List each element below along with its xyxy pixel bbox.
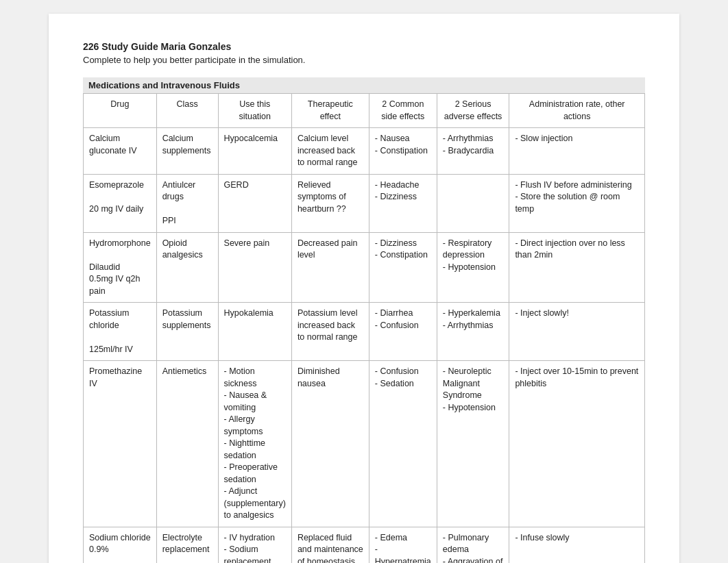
page-subtitle: Complete to help you better participate …: [83, 55, 645, 65]
cell-admin-0: - Slow injection: [509, 128, 645, 175]
table-row: Potassium chloride125ml/hr IVPotassium s…: [84, 303, 645, 361]
cell-drug-5: Sodium chloride 0.9%: [84, 527, 157, 563]
cell-serious-3: - Hyperkalemia- Arrhythmias: [437, 303, 509, 361]
col-header-drug: Drug: [84, 94, 157, 128]
cell-use-5: - IV hydration- Sodium replacement- Trea…: [218, 527, 291, 563]
table-row: HydromorphoneDilaudid0.5mg IV q2h painOp…: [84, 232, 645, 303]
cell-therapeutic-2: Decreased pain level: [291, 232, 369, 303]
table-row: Calcium gluconate IVCalcium supplementsH…: [84, 128, 645, 175]
medications-table: DrugClassUse this situationTherapeutic e…: [83, 93, 645, 563]
cell-serious-2: - Respiratory depression- Hypotension: [437, 232, 509, 303]
page: 226 Study Guide Maria Gonzales Complete …: [49, 14, 679, 563]
cell-class-3: Potassium supplements: [156, 303, 218, 361]
cell-class-4: Antiemetics: [156, 361, 218, 527]
cell-common-3: - Diarrhea- Confusion: [369, 303, 437, 361]
cell-class-2: Opioid analgesics: [156, 232, 218, 303]
cell-therapeutic-1: Relieved symptoms of heartburn ??: [291, 174, 369, 232]
cell-common-4: - Confusion- Sedation: [369, 361, 437, 527]
cell-common-2: - Dizziness- Constipation: [369, 232, 437, 303]
cell-common-1: - Headache- Dizziness: [369, 174, 437, 232]
cell-admin-4: - Inject over 10-15min to prevent phlebi…: [509, 361, 645, 527]
cell-class-5: Electrolyte replacement: [156, 527, 218, 563]
cell-therapeutic-4: Diminished nausea: [291, 361, 369, 527]
cell-common-5: - Edema- Hypernatremia: [369, 527, 437, 563]
cell-admin-3: - Inject slowly!: [509, 303, 645, 361]
cell-therapeutic-0: Calcium level increased back to normal r…: [291, 128, 369, 175]
col-header-class: Class: [156, 94, 218, 128]
table-row: Esomeprazole20 mg IV dailyAntiulcer drug…: [84, 174, 645, 232]
cell-serious-4: - Neuroleptic Malignant Syndrome- Hypote…: [437, 361, 509, 527]
col-header-admin: Administration rate, other actions: [509, 94, 645, 128]
cell-admin-5: - Infuse slowly: [509, 527, 645, 563]
col-header-common: 2 Common side effects: [369, 94, 437, 128]
col-header-use: Use this situation: [218, 94, 291, 128]
cell-class-1: Antiulcer drugsPPI: [156, 174, 218, 232]
cell-drug-2: HydromorphoneDilaudid0.5mg IV q2h pain: [84, 232, 157, 303]
cell-use-0: Hypocalcemia: [218, 128, 291, 175]
cell-serious-0: - Arrhythmias- Bradycardia: [437, 128, 509, 175]
cell-serious-5: - Pulmonary edema- Aggravation of HF: [437, 527, 509, 563]
cell-use-4: - Motion sickness- Nausea & vomiting- Al…: [218, 361, 291, 527]
cell-common-0: - Nausea- Constipation: [369, 128, 437, 175]
section-heading: Medications and Intravenous Fluids: [83, 77, 645, 93]
cell-drug-0: Calcium gluconate IV: [84, 128, 157, 175]
cell-therapeutic-5: Replaced fluid and maintenance of homeos…: [291, 527, 369, 563]
cell-use-1: GERD: [218, 174, 291, 232]
page-title: 226 Study Guide Maria Gonzales: [83, 41, 645, 52]
cell-therapeutic-3: Potassium level increased back to normal…: [291, 303, 369, 361]
cell-admin-2: - Direct injection over no less than 2mi…: [509, 232, 645, 303]
cell-drug-3: Potassium chloride125ml/hr IV: [84, 303, 157, 361]
table-row: Promethazine IVAntiemetics- Motion sickn…: [84, 361, 645, 527]
cell-use-2: Severe pain: [218, 232, 291, 303]
cell-admin-1: - Flush IV before administering- Store t…: [509, 174, 645, 232]
cell-serious-1: [437, 174, 509, 232]
table-row: Sodium chloride 0.9%Electrolyte replacem…: [84, 527, 645, 563]
cell-drug-1: Esomeprazole20 mg IV daily: [84, 174, 157, 232]
cell-class-0: Calcium supplements: [156, 128, 218, 175]
col-header-therapeutic: Therapeutic effect: [291, 94, 369, 128]
cell-use-3: Hypokalemia: [218, 303, 291, 361]
col-header-serious: 2 Serious adverse effects: [437, 94, 509, 128]
cell-drug-4: Promethazine IV: [84, 361, 157, 527]
